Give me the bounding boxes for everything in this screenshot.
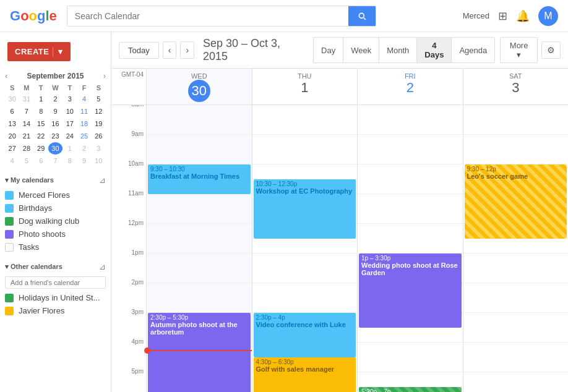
mini-cal-date[interactable]: 8 [62, 155, 77, 167]
mini-cal-date[interactable]: 6 [34, 155, 48, 167]
view-month[interactable]: Month [379, 37, 416, 63]
event-autumn[interactable]: 2:30p – 5:30pAutumn photo shoot at the a… [148, 313, 251, 392]
mini-cal-date[interactable]: 5 [19, 155, 33, 167]
mini-cal-date[interactable]: 7 [48, 155, 62, 167]
mini-cal-date[interactable]: 9 [48, 105, 62, 117]
prev-button[interactable]: ‹ [163, 41, 177, 59]
view-4days[interactable]: 4 Days [416, 37, 451, 63]
view-day[interactable]: Day [313, 37, 343, 63]
hour-line [252, 254, 358, 283]
mini-cal-date[interactable]: 1 [62, 142, 77, 155]
event-workshop[interactable]: 10:30 – 12:30pWorkshop at EC Photography [254, 179, 356, 239]
event-breakfast[interactable]: 9:30 – 10:30Breakfast at Morning Times [148, 164, 251, 194]
create-button[interactable]: CREATE ▾ [7, 42, 71, 61]
mini-cal-date[interactable]: 4 [77, 93, 91, 105]
more-button[interactable]: More ▾ [500, 37, 538, 63]
my-calendar-item[interactable]: Dog walking club [0, 215, 111, 228]
mini-cal-date[interactable]: 8 [34, 105, 48, 117]
calendar-label: Merced Flores [19, 190, 70, 200]
mini-cal-date[interactable]: 14 [19, 117, 33, 130]
gmt-label-header: GMT-04 [111, 69, 146, 104]
hour-line [358, 194, 463, 224]
avatar[interactable]: M [538, 6, 558, 26]
apps-icon[interactable]: ⊞ [498, 9, 507, 23]
mini-cal-date[interactable]: 12 [92, 105, 106, 117]
mini-cal-date[interactable]: 19 [92, 117, 106, 130]
calendar-label: Tasks [19, 242, 39, 252]
other-calendars-toggle[interactable]: ⊿ [99, 262, 106, 271]
mini-cal-date[interactable]: 23 [48, 130, 62, 142]
header-right: Merced ⊞ 🔔 M [463, 6, 558, 26]
calendar-color-swatch [5, 217, 14, 226]
mini-cal-date[interactable]: 4 [5, 155, 19, 167]
day-header-wed: WED 30 [146, 69, 252, 104]
mini-cal-date[interactable]: 16 [48, 117, 62, 130]
mini-cal-date[interactable]: 30 [48, 142, 62, 155]
my-calendars-header[interactable]: ▾ My calendars ⊿ [0, 172, 111, 189]
mini-cal-date[interactable]: 5 [92, 93, 106, 105]
mini-cal-date[interactable]: 18 [77, 117, 91, 130]
date-range: Sep 30 – Oct 3, 2015 [203, 37, 304, 63]
mini-cal-date[interactable]: 21 [19, 130, 33, 142]
mini-cal-date[interactable]: 1 [34, 93, 48, 105]
event-soccer[interactable]: 9:30 – 12pLeo's soccer game [465, 164, 567, 239]
my-calendar-item[interactable]: Merced Flores [0, 189, 111, 202]
view-agenda[interactable]: Agenda [451, 37, 495, 63]
other-calendar-item[interactable]: Holidays in United St... [0, 291, 111, 304]
mini-cal-date[interactable]: 2 [48, 93, 62, 105]
event-title: Leo's soccer game [467, 173, 565, 180]
event-olenna[interactable]: 5:30p – 7pMeet Olenna at dog park [359, 387, 462, 392]
my-calendars-section: ▾ My calendars ⊿ Merced FloresBirthdaysD… [0, 172, 111, 254]
mini-cal-prev[interactable]: ‹ [5, 71, 7, 80]
my-calendars-toggle[interactable]: ⊿ [99, 176, 106, 185]
my-calendar-item[interactable]: Birthdays [0, 202, 111, 215]
mini-cal-date[interactable]: 9 [77, 155, 91, 167]
mini-cal-date[interactable]: 31 [19, 93, 33, 105]
calendar-color-swatch [5, 230, 14, 239]
mini-cal-date[interactable]: 11 [77, 105, 91, 117]
mini-cal-date[interactable]: 22 [34, 130, 48, 142]
mini-cal-date[interactable]: 3 [62, 93, 77, 105]
mini-cal-date[interactable]: 29 [34, 142, 48, 155]
mini-cal-date[interactable]: 28 [19, 142, 33, 155]
mini-cal-date[interactable]: 30 [5, 93, 19, 105]
mini-cal-header: ‹ September 2015 › [5, 69, 106, 83]
search-button[interactable] [348, 6, 376, 26]
mini-cal-date[interactable]: 6 [5, 105, 19, 117]
mini-cal-date[interactable]: 17 [62, 117, 77, 130]
hour-line [463, 135, 569, 164]
event-golf[interactable]: 4:30p – 6:30pGolf with sales manager [254, 357, 356, 392]
next-button[interactable]: › [180, 41, 194, 59]
calendar-color-swatch [5, 307, 14, 315]
mini-cal-date[interactable]: 27 [5, 142, 19, 155]
settings-button[interactable]: ⚙ [541, 41, 561, 59]
hour-line [463, 105, 569, 135]
mini-cal-date[interactable]: 10 [92, 155, 106, 167]
mini-cal-date[interactable]: 10 [62, 105, 77, 117]
add-friend-input[interactable] [5, 276, 106, 289]
mini-cal-next[interactable]: › [103, 71, 106, 80]
calendar-color-swatch [5, 243, 14, 252]
hour-line [358, 343, 463, 372]
event-video[interactable]: 2:30p – 4pVideo conference with Luke [254, 313, 356, 357]
mini-cal-date[interactable]: 13 [5, 117, 19, 130]
mini-cal-date[interactable]: 24 [62, 130, 77, 142]
mini-cal-date[interactable]: 25 [77, 130, 91, 142]
notifications-icon[interactable]: 🔔 [516, 9, 530, 23]
other-calendar-item[interactable]: Javier Flores [0, 304, 111, 317]
mini-cal-date[interactable]: 15 [34, 117, 48, 130]
mini-cal-date[interactable]: 26 [92, 130, 106, 142]
search-input[interactable] [67, 6, 348, 26]
mini-cal-date[interactable]: 7 [19, 105, 33, 117]
mini-cal-date[interactable]: 20 [5, 130, 19, 142]
event-wedding[interactable]: 1p – 3:30pWedding photo shoot at Rose Ga… [359, 254, 462, 328]
mini-cal-date[interactable]: 2 [77, 142, 91, 155]
other-calendars-header[interactable]: ▾ Other calendars ⊿ [0, 258, 111, 275]
today-button[interactable]: Today [119, 42, 159, 59]
event-time: 9:30 – 10:30 [150, 166, 248, 173]
hour-line [147, 194, 252, 224]
view-week[interactable]: Week [343, 37, 379, 63]
my-calendar-item[interactable]: Tasks [0, 241, 111, 254]
my-calendar-item[interactable]: Photo shoots [0, 228, 111, 241]
mini-cal-date[interactable]: 3 [92, 142, 106, 155]
